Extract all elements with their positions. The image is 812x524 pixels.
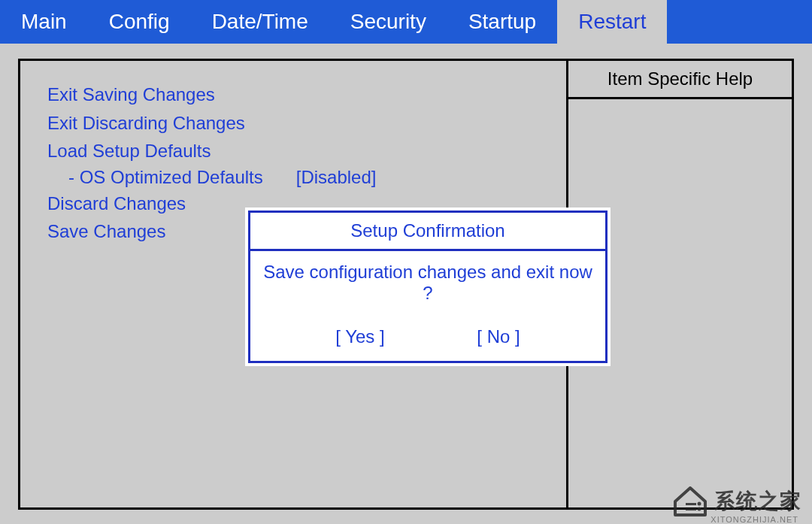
svg-rect-1 <box>686 508 696 510</box>
help-pane-title: Item Specific Help <box>568 61 792 99</box>
svg-point-2 <box>698 502 701 506</box>
menu-os-optimized-defaults-value: [Disabled] <box>296 167 377 188</box>
svg-point-3 <box>698 507 701 511</box>
menu-exit-saving-changes[interactable]: Exit Saving Changes <box>47 82 539 108</box>
tab-date-time[interactable]: Date/Time <box>191 0 329 44</box>
menu-load-setup-defaults[interactable]: Load Setup Defaults <box>47 138 539 164</box>
dialog-buttons: [ Yes ] [ No ] <box>259 326 596 352</box>
dialog-body: Save configuration changes and exit now … <box>250 251 605 361</box>
dialog-message: Save configuration changes and exit now … <box>259 262 596 304</box>
menu-os-optimized-defaults-label: - OS Optimized Defaults <box>47 167 263 188</box>
watermark: 系统之家 <box>672 485 801 518</box>
menu-exit-discarding-changes[interactable]: Exit Discarding Changes <box>47 111 539 136</box>
bios-menubar: Main Config Date/Time Security Startup R… <box>0 0 812 44</box>
tab-restart[interactable]: Restart <box>557 0 667 44</box>
house-icon <box>672 485 708 518</box>
svg-rect-0 <box>686 503 696 505</box>
tab-security[interactable]: Security <box>329 0 447 44</box>
tab-main[interactable]: Main <box>0 0 88 44</box>
setup-confirmation-dialog: Setup Confirmation Save configuration ch… <box>248 211 607 363</box>
menu-os-optimized-defaults-row[interactable]: - OS Optimized Defaults [Disabled] <box>47 167 539 188</box>
watermark-text: 系统之家 <box>714 487 801 516</box>
dialog-no-button[interactable]: [ No ] <box>477 326 520 347</box>
dialog-yes-button[interactable]: [ Yes ] <box>335 326 384 347</box>
tab-config[interactable]: Config <box>88 0 191 44</box>
watermark-subtext: XITONGZHIJIA.NET <box>710 515 798 524</box>
tab-startup[interactable]: Startup <box>447 0 557 44</box>
dialog-title: Setup Confirmation <box>250 213 605 251</box>
